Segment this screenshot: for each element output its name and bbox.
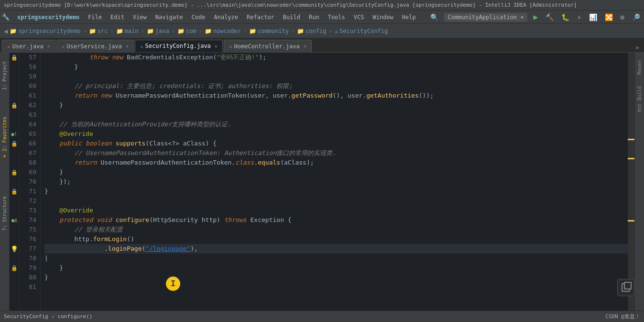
code-line-73: @Override [44, 206, 628, 215]
code-line-78[interactable]: | [44, 254, 628, 263]
code-line-57: throw new BadCredentialsException("密码不正确… [44, 53, 628, 62]
gutter-65: ●! [10, 129, 19, 139]
tab-close-userservice[interactable]: ✕ [126, 44, 129, 49]
gutter-61 [10, 91, 19, 100]
bc-nowcoder[interactable]: nowcoder [213, 28, 241, 34]
gutter-60 [10, 81, 19, 91]
tab-userservice-java[interactable]: ☕ UserService.java ✕ [56, 40, 134, 52]
menu-item-help[interactable]: Help [398, 12, 420, 22]
code-line-71: } [44, 187, 628, 196]
breadcrumb: 📁 springsecuritydemo › 📁 src › 📁 main › … [10, 28, 640, 34]
linenum-76: 76 [19, 234, 36, 244]
bc-icon-community: 📁 [249, 28, 256, 34]
menu-item-tools[interactable]: Tools [324, 12, 349, 22]
gutter-73 [10, 206, 19, 215]
code-line-74: protected void configure(HttpSecurity ht… [44, 215, 628, 225]
bc-config[interactable]: config [306, 28, 326, 34]
linenum-67: 67 [19, 148, 36, 158]
linenum-81: 81 [19, 282, 36, 292]
gutter-80 [10, 273, 19, 282]
settings-btn[interactable]: ⚙ [619, 12, 626, 22]
gutter-64 [10, 120, 19, 129]
tab-close-securityconfig[interactable]: ✕ [215, 44, 218, 49]
code-line-66: public boolean supports(Class<?> aClass)… [44, 139, 628, 148]
bc-java[interactable]: java [155, 28, 169, 34]
bc-src[interactable]: src [98, 28, 108, 34]
gutter-70 [10, 177, 19, 187]
coverage-btn[interactable]: ⚡ [575, 12, 583, 22]
bc-file[interactable]: SecurityConfig [339, 28, 388, 34]
run-config-selector[interactable]: CommunityApplication ▾ [444, 13, 528, 22]
vcs-btn[interactable]: 🔀 [603, 12, 615, 22]
menu-item-code[interactable]: Code [188, 12, 209, 22]
bc-com[interactable]: com [186, 28, 196, 34]
code-line-75: // 登录相关配置 [44, 225, 628, 234]
tab-close-homecontroller[interactable]: ✕ [304, 44, 306, 49]
title-text: springsecuritydemo [D:\work\workspace\sp… [4, 2, 577, 8]
linenum-64: 64 [19, 120, 36, 129]
gutter-62: 🔒 [10, 100, 19, 110]
tab-label-userservice: UserService.java [66, 43, 122, 50]
bc-main[interactable]: main [125, 28, 139, 34]
sidebar-favorites-tab[interactable]: ★ 2: Favorites [1, 113, 8, 163]
menu-item-analyze[interactable]: Analyze [210, 12, 242, 22]
tab-label-user: User.java [12, 43, 44, 50]
linenum-70: 70 [19, 177, 36, 187]
restore-window-btn[interactable] [617, 279, 634, 296]
tab-close-user[interactable]: ✕ [47, 44, 50, 49]
bc-icon-src: 📁 [89, 28, 96, 34]
linenum-74: 74 [19, 215, 36, 225]
bc-community[interactable]: community [258, 28, 289, 34]
gutter-74: ●@ [10, 215, 19, 225]
find-btn[interactable]: 🔎 [630, 12, 642, 22]
tab-homecontroller-java[interactable]: ☕ HomeController.java ✕ [224, 40, 312, 52]
profile-btn[interactable]: 📊 [587, 12, 599, 22]
ant-build-tab[interactable]: Ant Build [636, 84, 643, 114]
code-line-67: // UsernamePasswordAuthenticationToken: … [44, 148, 628, 158]
gutter-69: 🔒 [10, 167, 19, 177]
tab-securityconfig-java[interactable]: ☕ SecurityConfig.java ✕ [135, 40, 223, 52]
build-btn[interactable]: 🔨 [544, 12, 556, 22]
menu-item-refactor[interactable]: Refactor [243, 12, 278, 22]
code-line-76: http.formLogin() [44, 234, 628, 244]
menu-item-run[interactable]: Run [305, 12, 323, 22]
menu-item-build[interactable]: Build [279, 12, 304, 22]
project-label[interactable]: springsecuritydemo [13, 12, 83, 22]
tab-icon-user: ☕ [7, 43, 11, 49]
bc-icon-nowcoder: 📁 [205, 28, 212, 34]
status-right: CSDN @复盘！ [605, 313, 640, 320]
code-line-63 [44, 110, 628, 120]
linenum-75: 75 [19, 225, 36, 234]
main-area: 1: Project ★ 2: Favorites 7: Structure 🔒… [0, 53, 644, 311]
menu-item-view[interactable]: View [129, 12, 151, 22]
cursor-ibeam: I [166, 277, 180, 291]
gutter-76 [10, 234, 19, 244]
editor-overflow-btn[interactable]: » [633, 43, 642, 52]
linenum-66: 66 [19, 139, 36, 148]
maven-tab[interactable]: Maven [636, 58, 643, 77]
menu-item-edit[interactable]: Edit [107, 12, 128, 22]
code-line-79: } [44, 263, 628, 273]
bc-project[interactable]: springsecuritydemo [18, 28, 80, 34]
run-btn[interactable]: ▶ [531, 11, 540, 22]
sidebar-project-tab[interactable]: 1: Project [1, 57, 8, 94]
gutter-59 [10, 72, 19, 81]
sidebar-structure-tab[interactable]: 7: Structure [1, 192, 8, 234]
gutter-75 [10, 225, 19, 234]
code-line-61: return new UsernamePasswordAuthenticatio… [44, 91, 628, 100]
scroll-marker-3 [628, 220, 634, 222]
menu-item-vcs[interactable]: VCS [350, 12, 368, 22]
tab-label-homecontroller: HomeController.java [234, 43, 300, 50]
search-everywhere-btn[interactable]: 🔍 [428, 12, 440, 22]
code-line-69: } [44, 167, 628, 177]
debug-btn[interactable]: 🐛 [559, 12, 571, 22]
scrollbar-gutter[interactable] [628, 53, 634, 311]
tab-icon-securityconfig: ☕ [140, 43, 143, 49]
menu-item-window[interactable]: Window [369, 12, 397, 22]
menu-item-file[interactable]: File [84, 12, 106, 22]
menu-item-navigate[interactable]: Navigate [152, 12, 187, 22]
tab-user-java[interactable]: ☕ User.java ✕ [2, 40, 55, 52]
nav-back-btn[interactable]: ◀ [4, 27, 8, 35]
code-editor[interactable]: throw new BadCredentialsException("密码不正确… [41, 53, 628, 311]
gutter-58 [10, 62, 19, 72]
